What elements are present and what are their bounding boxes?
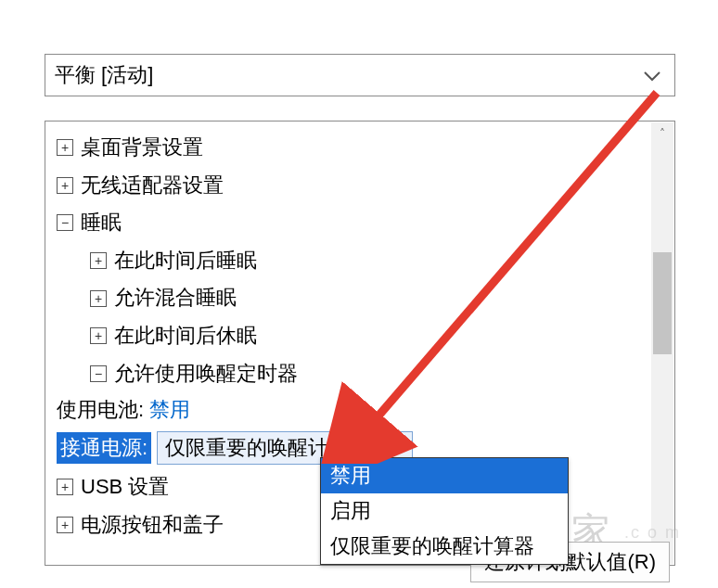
dropdown-option-disable[interactable]: 禁用 xyxy=(321,458,568,493)
setting-value-link[interactable]: 禁用 xyxy=(149,396,190,424)
power-plan-select[interactable]: 平衡 [活动] xyxy=(45,54,675,96)
tree-label: 无线适配器设置 xyxy=(81,173,224,199)
dropdown-option-important-only[interactable]: 仅限重要的唤醒计算器 xyxy=(321,529,568,564)
expand-icon[interactable]: + xyxy=(57,517,73,533)
tree-label: 电源按钮和盖子 xyxy=(81,512,224,539)
tree-label: 允许使用唤醒定时器 xyxy=(114,361,298,388)
scroll-thumb[interactable] xyxy=(653,252,672,354)
tree-label: USB 设置 xyxy=(81,474,169,501)
expand-icon[interactable]: + xyxy=(90,327,107,344)
dropdown-option-enable[interactable]: 启用 xyxy=(321,493,568,529)
tree-node-allow-hybrid-sleep[interactable]: + 允许混合睡眠 xyxy=(57,279,647,317)
scroll-up-button[interactable]: ˄ xyxy=(651,122,673,145)
expand-icon[interactable]: + xyxy=(90,252,107,269)
setting-on-battery[interactable]: 使用电池: 禁用 xyxy=(57,392,647,428)
expand-icon[interactable]: + xyxy=(57,479,73,495)
setting-label-selected: 接通电源: xyxy=(57,432,151,464)
tree-label: 在此时间后休眠 xyxy=(114,323,257,350)
tree-node-desktop-background[interactable]: + 桌面背景设置 xyxy=(57,129,647,167)
expand-icon[interactable]: + xyxy=(57,177,73,194)
tree-label: 睡眠 xyxy=(81,210,122,236)
tree-node-allow-wake-timers[interactable]: − 允许使用唤醒定时器 xyxy=(57,355,647,393)
power-plan-selected-label: 平衡 [活动] xyxy=(55,61,153,89)
vertical-scrollbar[interactable]: ˄ ˅ xyxy=(651,122,673,564)
tree-node-hibernate-after[interactable]: + 在此时间后休眠 xyxy=(57,317,647,355)
collapse-icon[interactable]: − xyxy=(90,365,107,382)
tree-label: 在此时间后睡眠 xyxy=(114,248,257,275)
tree-node-wireless-adapter[interactable]: + 无线适配器设置 xyxy=(57,167,647,205)
settings-tree: + 桌面背景设置 + 无线适配器设置 − 睡眠 + 在此时间后睡眠 + 允许混合… xyxy=(45,121,675,566)
expand-icon[interactable]: + xyxy=(57,139,73,156)
tree-label: 允许混合睡眠 xyxy=(114,285,237,312)
chevron-down-icon xyxy=(643,63,661,87)
chevron-down-icon xyxy=(391,443,406,453)
expand-icon[interactable]: + xyxy=(90,290,107,307)
tree-label: 桌面背景设置 xyxy=(81,134,203,161)
setting-label: 使用电池: xyxy=(57,396,144,424)
setting-value-dropdown[interactable]: 禁用 启用 仅限重要的唤醒计算器 xyxy=(320,457,569,565)
tree-node-sleep-after[interactable]: + 在此时间后睡眠 xyxy=(57,242,647,280)
tree-node-sleep[interactable]: − 睡眠 xyxy=(57,204,647,242)
collapse-icon[interactable]: − xyxy=(57,214,73,231)
